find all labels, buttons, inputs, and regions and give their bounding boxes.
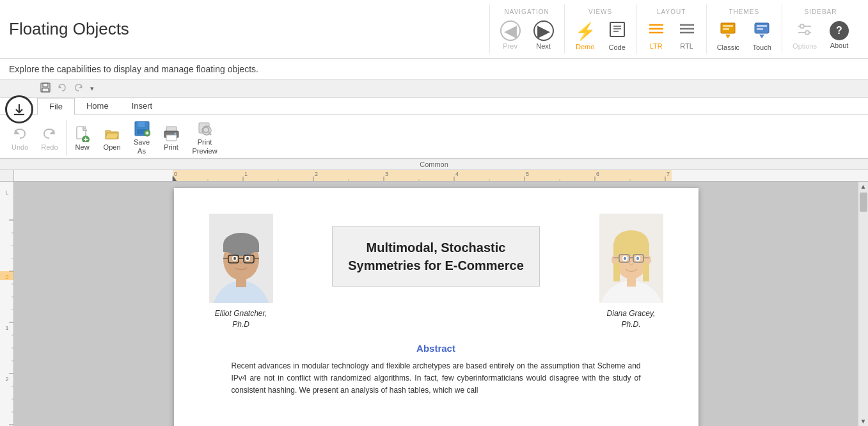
abstract-text: Recent advances in modular technology an… xyxy=(232,360,641,397)
tab-file[interactable]: File xyxy=(37,98,75,115)
svg-text:2: 2 xyxy=(315,171,318,177)
about-icon: ? xyxy=(830,21,849,40)
layout-label: LAYOUT xyxy=(657,4,686,15)
svg-marker-13 xyxy=(725,35,730,38)
toolbar-sep-1 xyxy=(66,120,67,155)
dropdown-quick-icon[interactable]: ▾ xyxy=(88,83,96,94)
svg-text:4: 4 xyxy=(455,171,459,177)
undo-button[interactable]: Undo xyxy=(5,118,35,158)
save-as-icon xyxy=(134,120,150,137)
svg-point-105 xyxy=(246,257,249,260)
redo-label: Redo xyxy=(41,143,58,151)
app-title: Floating Objects xyxy=(9,19,129,39)
themes-label: THEMES xyxy=(729,4,760,15)
sidebar-label: SIDEBAR xyxy=(805,4,837,15)
next-icon: ▶ xyxy=(533,20,554,41)
redo-quick-icon[interactable] xyxy=(72,81,86,96)
demo-label: Demo xyxy=(576,43,594,51)
code-icon xyxy=(608,20,626,42)
ruler-horizontal: 0 1 2 3 4 5 6 xyxy=(0,170,868,182)
nav-group-themes: THEMES Classic xyxy=(706,4,782,54)
options-label: Options xyxy=(793,42,817,50)
print-preview-button[interactable]: PrintPreview xyxy=(186,118,224,158)
touch-button[interactable]: Touch xyxy=(747,18,777,54)
views-label: VIEWS xyxy=(588,4,612,15)
scroll-down-arrow[interactable]: ▼ xyxy=(859,416,868,426)
about-button[interactable]: ? About xyxy=(825,19,854,52)
save-as-button[interactable]: SaveAs xyxy=(127,118,157,158)
svg-rect-118 xyxy=(614,243,649,249)
ltr-icon xyxy=(647,20,665,41)
options-icon xyxy=(796,20,814,41)
redo-icon xyxy=(41,125,58,142)
svg-rect-24 xyxy=(42,88,49,91)
author-right-name: Diana Gracey,Ph.D. xyxy=(607,308,656,330)
tab-home[interactable]: Home xyxy=(75,98,120,114)
open-button[interactable]: Open xyxy=(97,118,127,158)
svg-text:5: 5 xyxy=(526,171,529,177)
section-label-common: Common xyxy=(0,159,868,170)
scrollbar-vertical[interactable]: ▲ ▼ xyxy=(858,182,868,426)
tab-insert[interactable]: Insert xyxy=(120,98,164,114)
svg-marker-25 xyxy=(59,85,62,88)
author-left-photo xyxy=(209,214,273,303)
page-container[interactable]: Elliot Gnatcher,Ph.D Multimodal, Stochas… xyxy=(14,182,858,426)
svg-point-123 xyxy=(624,257,626,260)
classic-icon xyxy=(718,20,738,42)
author-left-block: Elliot Gnatcher,Ph.D xyxy=(206,214,276,330)
prev-button[interactable]: ◀ Prev xyxy=(495,18,526,52)
ribbon: ▾ File Home Insert Undo xyxy=(0,80,868,170)
new-label: New xyxy=(75,143,90,151)
open-icon xyxy=(104,125,120,142)
demo-button[interactable]: ⚡ Demo xyxy=(570,19,601,53)
next-button[interactable]: ▶ Next xyxy=(528,18,559,52)
classic-button[interactable]: Classic xyxy=(712,18,745,54)
print-preview-label: PrintPreview xyxy=(193,138,217,155)
print-icon xyxy=(163,125,180,142)
rtl-button[interactable]: RTL xyxy=(673,18,701,52)
new-button[interactable]: New xyxy=(68,118,97,158)
ltr-button[interactable]: LTR xyxy=(642,18,670,52)
undo-icon xyxy=(12,125,28,142)
svg-text:3: 3 xyxy=(385,171,388,177)
touch-label: Touch xyxy=(752,43,771,51)
next-label: Next xyxy=(536,42,551,50)
options-button[interactable]: Options xyxy=(787,18,822,52)
scroll-thumb[interactable] xyxy=(860,193,867,212)
nav-group-layout: LAYOUT LTR RTL xyxy=(636,4,706,54)
svg-rect-12 xyxy=(723,28,729,30)
undo-quick-icon[interactable] xyxy=(55,81,69,96)
svg-point-119 xyxy=(612,255,618,264)
download-button[interactable] xyxy=(5,95,33,123)
svg-text:L: L xyxy=(5,189,8,196)
svg-rect-23 xyxy=(43,83,48,87)
nav-group-sidebar: SIDEBAR Options xyxy=(782,4,859,54)
nav-group-label: NAVIGATION xyxy=(505,4,549,15)
save-as-label: SaveAs xyxy=(134,138,150,155)
svg-rect-0 xyxy=(610,22,624,36)
save-quick-icon[interactable] xyxy=(38,81,52,96)
open-label: Open xyxy=(104,143,121,151)
scroll-up-arrow[interactable]: ▲ xyxy=(859,182,868,191)
abstract-section: Abstract Recent advances in modular tech… xyxy=(206,343,667,397)
author-left-name: Elliot Gnatcher,Ph.D xyxy=(215,308,267,330)
new-icon xyxy=(74,125,91,142)
ruler-vertical: L 0 1 xyxy=(0,182,14,426)
svg-text:2: 2 xyxy=(5,376,8,383)
svg-rect-37 xyxy=(138,122,145,127)
redo-button[interactable]: Redo xyxy=(35,118,64,158)
nav-group-navigation: NAVIGATION ◀ Prev ▶ Next xyxy=(489,4,564,54)
svg-point-124 xyxy=(636,257,639,260)
abstract-heading: Abstract xyxy=(232,343,641,354)
demo-icon: ⚡ xyxy=(575,22,596,42)
svg-rect-44 xyxy=(166,135,177,141)
svg-text:6: 6 xyxy=(596,171,599,177)
svg-point-21 xyxy=(805,31,809,35)
print-button[interactable]: Print xyxy=(157,118,186,158)
subtitle: Explore the capabilities to display and … xyxy=(0,59,868,80)
svg-point-19 xyxy=(800,24,804,28)
svg-text:0: 0 xyxy=(174,171,177,177)
svg-marker-17 xyxy=(759,35,764,38)
code-label: Code xyxy=(608,43,625,51)
code-button[interactable]: Code xyxy=(603,18,631,54)
